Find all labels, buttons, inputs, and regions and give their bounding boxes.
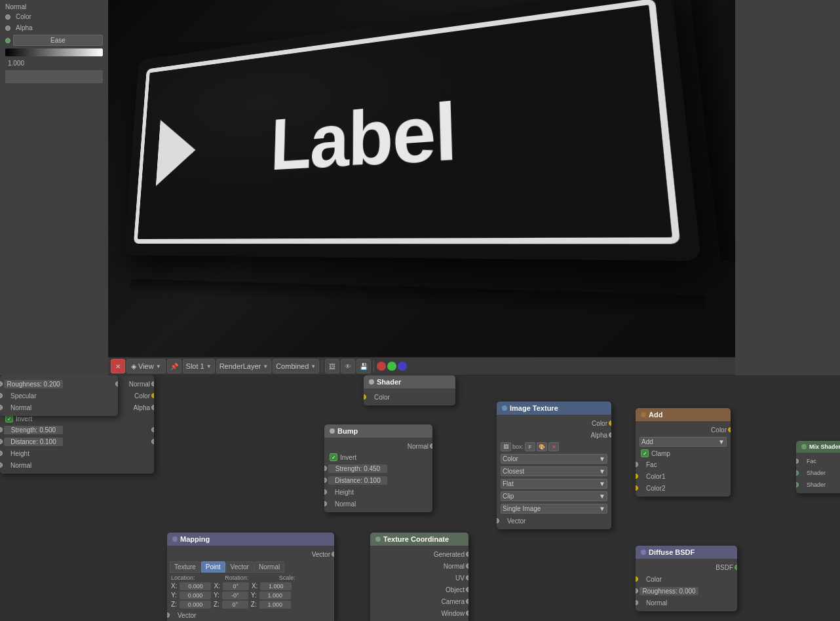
img-closest-arrow: ▼ <box>599 468 605 475</box>
view-icon-2[interactable]: 👁 <box>341 359 355 373</box>
img-controls: 🖼 box: F 🎨 ✕ <box>497 441 611 453</box>
add-clamp-checkbox[interactable]: ✓ <box>641 449 649 457</box>
mix-shader-dot <box>801 444 807 449</box>
y-scale-field[interactable]: 1.000 <box>259 592 291 599</box>
bump-normal-in-label: Normal <box>335 500 356 508</box>
pin-icon[interactable]: 📌 <box>167 359 181 373</box>
left-strength-row: Strength: 0.500 <box>0 424 154 436</box>
mapping-tab-vector[interactable]: Vector <box>226 561 254 573</box>
left-alpha-label: Alpha <box>133 404 150 411</box>
diffuse-roughness-field[interactable]: Roughness: 0.000 <box>640 587 698 595</box>
img-clip-select[interactable]: Clip ▼ <box>501 491 607 501</box>
blue-icon[interactable] <box>398 362 407 371</box>
tex-camera-row: Camera <box>370 595 468 607</box>
alpha-row: Alpha <box>3 22 105 33</box>
bump-height-socket <box>324 489 327 495</box>
z-rot-field[interactable]: 0° <box>222 601 248 609</box>
diffuse-dot <box>641 550 646 555</box>
separator-1 <box>322 360 322 372</box>
roughness-normal-socket <box>0 405 3 410</box>
diffuse-roughness-row: Roughness: 0.000 <box>636 585 737 597</box>
x-loc-field[interactable]: 0.000 <box>180 582 211 590</box>
image-texture-header: Image Texture <box>497 402 611 415</box>
normal-label: Normal <box>3 3 105 11</box>
image-texture-dot <box>502 405 507 411</box>
left-distance-row: Distance: 0.100 <box>0 436 154 447</box>
bump-header: Bump <box>324 424 432 438</box>
mapping-tab-point[interactable]: Point <box>201 561 225 573</box>
left-distance-field[interactable]: Distance: 0.100 <box>4 438 63 446</box>
close-icon[interactable]: ✕ <box>111 359 125 373</box>
img-color-select[interactable]: Color ▼ <box>501 454 607 464</box>
mapping-tab-normal[interactable]: Normal <box>254 561 284 573</box>
slot-dropdown[interactable]: Slot 1 ▼ <box>183 359 215 373</box>
y-loc-field[interactable]: 0.000 <box>180 592 211 599</box>
img-flat-select[interactable]: Flat ▼ <box>501 479 607 489</box>
add-select[interactable]: Add ▼ <box>640 437 727 447</box>
render-layer-label: RenderLayer <box>220 362 261 370</box>
img-single-select[interactable]: Single Image ▼ <box>501 504 607 514</box>
bump-title: Bump <box>337 427 358 435</box>
separator-2 <box>373 360 374 372</box>
bump-height-row: Height <box>324 486 432 498</box>
x-scale-field[interactable]: 1.000 <box>260 582 292 590</box>
save-icon[interactable]: 💾 <box>356 359 371 373</box>
img-vector-label: Vector <box>507 518 525 525</box>
ease-dropdown[interactable]: Ease <box>13 35 103 46</box>
diffuse-normal-label: Normal <box>646 599 667 607</box>
tex-normal-row: Normal <box>370 560 468 572</box>
mapping-tab-texture[interactable]: Texture <box>170 561 200 573</box>
bump-invert-check[interactable]: ✓ Invert <box>324 452 432 462</box>
img-ctrl-f[interactable]: F <box>525 442 535 451</box>
value-row: 1.000 <box>3 58 105 69</box>
tex-coord-node: Texture Coordinate Generated Normal UV O… <box>370 533 468 621</box>
bump-distance-field[interactable]: Distance: 0.100 <box>328 476 387 485</box>
bump-invert-checkbox[interactable]: ✓ <box>330 453 337 461</box>
render-icon[interactable]: 🖼 <box>325 359 339 373</box>
add-color1-socket <box>636 474 638 479</box>
roughness-field[interactable]: Roughness: 0.200 <box>4 380 63 388</box>
add-color-out-socket <box>728 427 731 432</box>
mix-shader-header: Mix Shader <box>796 441 840 453</box>
loc-header: Location: <box>171 574 222 581</box>
red-icon[interactable] <box>377 362 386 371</box>
left-strength-field[interactable]: Strength: 0.500 <box>4 426 63 434</box>
bump-strength-row: Strength: 0.450 <box>324 462 432 474</box>
add-color2-row: Color2 <box>636 482 731 494</box>
view-button[interactable]: ◈ View ▼ <box>126 359 166 373</box>
z-scale-field[interactable]: 1.000 <box>259 601 291 609</box>
combined-dropdown[interactable]: Combined ▼ <box>273 359 319 373</box>
x-rot-field[interactable]: 0° <box>223 582 249 590</box>
add-clamp-check[interactable]: ✓ Clamp <box>636 448 731 459</box>
view-label: View <box>138 362 154 370</box>
image-texture-node: Image Texture Color Alpha 🖼 box: F 🎨 ✕ <box>497 402 611 529</box>
label-arrow <box>156 116 197 186</box>
mapping-tabs: Texture Point Vector Normal <box>167 560 334 574</box>
diffuse-header: Diffuse BSDF <box>636 546 737 559</box>
z-loc-field[interactable]: 0.000 <box>180 601 211 609</box>
diffuse-color-row: Color <box>636 573 737 585</box>
img-closest-select[interactable]: Closest ▼ <box>501 466 607 476</box>
label-bottom-shadow <box>130 279 708 318</box>
mix-fac-label: Fac <box>807 458 816 464</box>
mix-fac-row: Fac <box>796 455 840 467</box>
img-ctrl-x[interactable]: ✕ <box>548 442 559 451</box>
image-texture-title: Image Texture <box>510 404 558 412</box>
left-normal-label: Normal <box>129 381 150 388</box>
mix-shader1-socket <box>796 470 799 476</box>
bump-strength-field[interactable]: Strength: 0.450 <box>328 464 387 473</box>
left-panel-section: Normal Color Alpha Ease 1.000 <box>0 0 108 87</box>
alpha-socket <box>5 26 10 31</box>
gradient-bar <box>5 48 103 56</box>
img-ctrl-2[interactable]: 🎨 <box>537 442 547 451</box>
tex-object-socket <box>466 587 468 592</box>
left-distance-socket-r <box>151 439 154 444</box>
left-strength-socket-l <box>0 427 3 432</box>
img-ctrl-1[interactable]: 🖼 <box>501 442 511 451</box>
diffuse-bsdf-out-label: BSDF <box>716 564 733 571</box>
combined-label: Combined <box>276 362 309 370</box>
tex-object-row: Object <box>370 584 468 595</box>
render-layer-dropdown[interactable]: RenderLayer ▼ <box>216 359 272 373</box>
y-rot-field[interactable]: -0° <box>222 592 248 599</box>
green-icon[interactable] <box>387 362 396 371</box>
